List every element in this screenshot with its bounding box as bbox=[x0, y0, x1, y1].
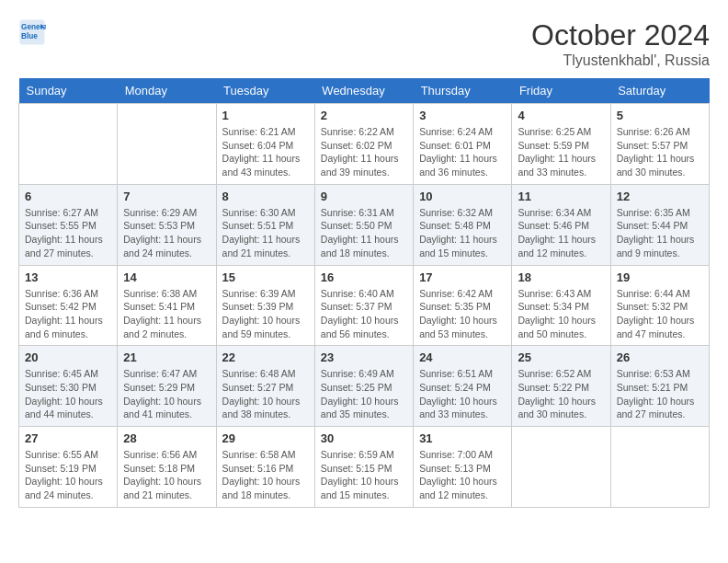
calendar-week-3: 13Sunrise: 6:36 AMSunset: 5:42 PMDayligh… bbox=[19, 265, 710, 346]
day-number: 11 bbox=[518, 190, 604, 203]
calendar-cell: 15Sunrise: 6:39 AMSunset: 5:39 PMDayligh… bbox=[216, 265, 314, 346]
day-number: 9 bbox=[321, 190, 407, 203]
day-info: Sunrise: 6:55 AMSunset: 5:19 PMDaylight:… bbox=[25, 448, 111, 502]
day-number: 10 bbox=[419, 190, 506, 203]
day-info: Sunrise: 6:35 AMSunset: 5:44 PMDaylight:… bbox=[617, 206, 703, 260]
calendar-cell: 8Sunrise: 6:30 AMSunset: 5:51 PMDaylight… bbox=[216, 184, 314, 265]
day-number: 17 bbox=[419, 270, 506, 284]
calendar-cell: 14Sunrise: 6:38 AMSunset: 5:41 PMDayligh… bbox=[118, 265, 216, 346]
calendar-cell: 3Sunrise: 6:24 AMSunset: 6:01 PMDaylight… bbox=[414, 104, 512, 185]
day-info: Sunrise: 6:47 AMSunset: 5:29 PMDaylight:… bbox=[123, 367, 210, 421]
calendar-cell: 27Sunrise: 6:55 AMSunset: 5:19 PMDayligh… bbox=[19, 427, 118, 508]
logo-icon: General Blue bbox=[18, 18, 46, 46]
day-number: 15 bbox=[222, 270, 309, 284]
page-header: General Blue October 2024 Tlyustenkhabl'… bbox=[18, 18, 710, 69]
day-number: 25 bbox=[518, 350, 604, 364]
calendar-table: SundayMondayTuesdayWednesdayThursdayFrid… bbox=[18, 78, 710, 508]
calendar-cell: 25Sunrise: 6:52 AMSunset: 5:22 PMDayligh… bbox=[512, 346, 610, 427]
calendar-cell: 11Sunrise: 6:34 AMSunset: 5:46 PMDayligh… bbox=[512, 184, 610, 265]
calendar-cell: 1Sunrise: 6:21 AMSunset: 6:04 PMDaylight… bbox=[216, 104, 314, 185]
day-number: 19 bbox=[617, 270, 703, 284]
day-number: 13 bbox=[25, 270, 111, 284]
header-sunday: Sunday bbox=[19, 78, 118, 104]
day-number: 14 bbox=[123, 270, 210, 284]
day-number: 2 bbox=[321, 109, 407, 122]
calendar-cell: 10Sunrise: 6:32 AMSunset: 5:48 PMDayligh… bbox=[414, 184, 512, 265]
day-info: Sunrise: 6:38 AMSunset: 5:41 PMDaylight:… bbox=[123, 287, 210, 341]
day-info: Sunrise: 6:48 AMSunset: 5:27 PMDaylight:… bbox=[222, 367, 309, 421]
calendar-cell: 13Sunrise: 6:36 AMSunset: 5:42 PMDayligh… bbox=[19, 265, 118, 346]
day-number: 18 bbox=[518, 270, 604, 284]
calendar-week-5: 27Sunrise: 6:55 AMSunset: 5:19 PMDayligh… bbox=[19, 427, 710, 508]
logo: General Blue bbox=[18, 18, 46, 46]
day-info: Sunrise: 6:39 AMSunset: 5:39 PMDaylight:… bbox=[222, 287, 309, 341]
calendar-cell: 7Sunrise: 6:29 AMSunset: 5:53 PMDaylight… bbox=[118, 184, 216, 265]
header-thursday: Thursday bbox=[414, 78, 512, 104]
day-number: 24 bbox=[419, 350, 506, 364]
day-info: Sunrise: 6:44 AMSunset: 5:32 PMDaylight:… bbox=[617, 287, 703, 341]
day-info: Sunrise: 6:32 AMSunset: 5:48 PMDaylight:… bbox=[419, 206, 506, 260]
day-info: Sunrise: 6:29 AMSunset: 5:53 PMDaylight:… bbox=[123, 206, 210, 260]
month-title: October 2024 bbox=[531, 18, 710, 52]
header-friday: Friday bbox=[512, 78, 610, 104]
day-info: Sunrise: 6:24 AMSunset: 6:01 PMDaylight:… bbox=[419, 125, 506, 179]
header-saturday: Saturday bbox=[610, 78, 709, 104]
day-info: Sunrise: 6:21 AMSunset: 6:04 PMDaylight:… bbox=[222, 125, 309, 179]
day-number: 8 bbox=[222, 190, 309, 203]
day-number: 20 bbox=[25, 350, 111, 364]
day-info: Sunrise: 6:31 AMSunset: 5:50 PMDaylight:… bbox=[321, 206, 407, 260]
calendar-cell: 4Sunrise: 6:25 AMSunset: 5:59 PMDaylight… bbox=[512, 104, 610, 185]
calendar-cell: 23Sunrise: 6:49 AMSunset: 5:25 PMDayligh… bbox=[314, 346, 413, 427]
day-number: 31 bbox=[419, 431, 506, 445]
calendar-cell: 16Sunrise: 6:40 AMSunset: 5:37 PMDayligh… bbox=[314, 265, 413, 346]
calendar-cell: 2Sunrise: 6:22 AMSunset: 6:02 PMDaylight… bbox=[314, 104, 413, 185]
day-info: Sunrise: 6:42 AMSunset: 5:35 PMDaylight:… bbox=[419, 287, 506, 341]
day-info: Sunrise: 6:26 AMSunset: 5:57 PMDaylight:… bbox=[617, 125, 703, 179]
day-number: 28 bbox=[123, 431, 210, 445]
day-number: 26 bbox=[617, 350, 703, 364]
day-info: Sunrise: 6:22 AMSunset: 6:02 PMDaylight:… bbox=[321, 125, 407, 179]
day-info: Sunrise: 6:53 AMSunset: 5:21 PMDaylight:… bbox=[617, 367, 703, 421]
calendar-cell: 29Sunrise: 6:58 AMSunset: 5:16 PMDayligh… bbox=[216, 427, 314, 508]
calendar-header-row: SundayMondayTuesdayWednesdayThursdayFrid… bbox=[19, 78, 710, 104]
day-number: 21 bbox=[123, 350, 210, 364]
calendar-cell bbox=[610, 427, 709, 508]
header-monday: Monday bbox=[118, 78, 216, 104]
calendar-cell bbox=[19, 104, 118, 185]
day-info: Sunrise: 6:58 AMSunset: 5:16 PMDaylight:… bbox=[222, 448, 309, 502]
calendar-cell: 19Sunrise: 6:44 AMSunset: 5:32 PMDayligh… bbox=[610, 265, 709, 346]
calendar-week-2: 6Sunrise: 6:27 AMSunset: 5:55 PMDaylight… bbox=[19, 184, 710, 265]
calendar-cell: 31Sunrise: 7:00 AMSunset: 5:13 PMDayligh… bbox=[414, 427, 512, 508]
day-info: Sunrise: 6:43 AMSunset: 5:34 PMDaylight:… bbox=[518, 287, 604, 341]
day-number: 29 bbox=[222, 431, 309, 445]
day-info: Sunrise: 6:52 AMSunset: 5:22 PMDaylight:… bbox=[518, 367, 604, 421]
day-number: 4 bbox=[518, 109, 604, 122]
day-number: 3 bbox=[419, 109, 506, 122]
day-info: Sunrise: 6:49 AMSunset: 5:25 PMDaylight:… bbox=[321, 367, 407, 421]
calendar-week-1: 1Sunrise: 6:21 AMSunset: 6:04 PMDaylight… bbox=[19, 104, 710, 185]
day-info: Sunrise: 6:45 AMSunset: 5:30 PMDaylight:… bbox=[25, 367, 111, 421]
calendar-cell: 26Sunrise: 6:53 AMSunset: 5:21 PMDayligh… bbox=[610, 346, 709, 427]
day-info: Sunrise: 6:51 AMSunset: 5:24 PMDaylight:… bbox=[419, 367, 506, 421]
calendar-cell: 12Sunrise: 6:35 AMSunset: 5:44 PMDayligh… bbox=[610, 184, 709, 265]
day-info: Sunrise: 6:56 AMSunset: 5:18 PMDaylight:… bbox=[123, 448, 210, 502]
calendar-cell: 17Sunrise: 6:42 AMSunset: 5:35 PMDayligh… bbox=[414, 265, 512, 346]
title-area: October 2024 Tlyustenkhabl', Russia bbox=[531, 18, 710, 69]
calendar-cell: 5Sunrise: 6:26 AMSunset: 5:57 PMDaylight… bbox=[610, 104, 709, 185]
calendar-week-4: 20Sunrise: 6:45 AMSunset: 5:30 PMDayligh… bbox=[19, 346, 710, 427]
calendar-cell bbox=[118, 104, 216, 185]
day-info: Sunrise: 6:30 AMSunset: 5:51 PMDaylight:… bbox=[222, 206, 309, 260]
day-info: Sunrise: 6:59 AMSunset: 5:15 PMDaylight:… bbox=[321, 448, 407, 502]
calendar-cell: 21Sunrise: 6:47 AMSunset: 5:29 PMDayligh… bbox=[118, 346, 216, 427]
day-number: 1 bbox=[222, 109, 309, 122]
day-number: 30 bbox=[321, 431, 407, 445]
day-number: 6 bbox=[25, 190, 111, 203]
day-number: 5 bbox=[617, 109, 703, 122]
calendar-cell: 28Sunrise: 6:56 AMSunset: 5:18 PMDayligh… bbox=[118, 427, 216, 508]
day-number: 27 bbox=[25, 431, 111, 445]
day-number: 16 bbox=[321, 270, 407, 284]
calendar-cell: 20Sunrise: 6:45 AMSunset: 5:30 PMDayligh… bbox=[19, 346, 118, 427]
day-info: Sunrise: 6:36 AMSunset: 5:42 PMDaylight:… bbox=[25, 287, 111, 341]
calendar-cell bbox=[512, 427, 610, 508]
day-info: Sunrise: 6:34 AMSunset: 5:46 PMDaylight:… bbox=[518, 206, 604, 260]
